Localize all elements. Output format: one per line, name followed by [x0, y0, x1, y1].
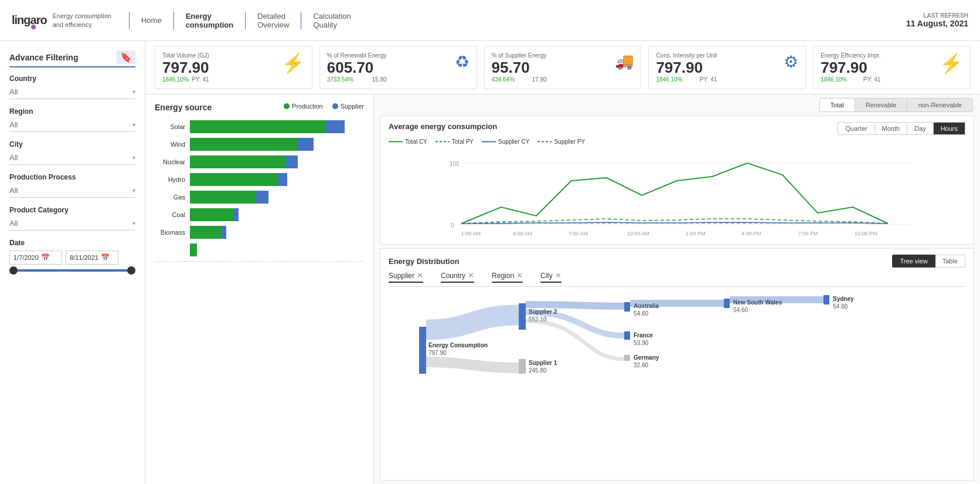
lightning-icon-2: ⚡: [940, 52, 963, 75]
chevron-down-icon-4: ▾: [132, 187, 135, 194]
energy-source-panel: Energy source Production Supplier: [145, 94, 374, 484]
kpi-inner-4: Cons. Intensity per Unit 797.90 1846.10%…: [656, 52, 798, 83]
bar-green-other: [190, 243, 197, 256]
svg-text:1:00 PM: 1:00 PM: [686, 231, 706, 236]
kpi-inner-5: Energy Efficiency Impr. 797.90 1846.10% …: [821, 52, 963, 83]
filter-region-select[interactable]: All ▾: [9, 118, 135, 132]
filter-icon[interactable]: 🔖: [117, 50, 135, 64]
view-toggle-group: Tree view Table: [892, 255, 965, 268]
nav-detailed-overview[interactable]: DetailedOverview: [246, 7, 301, 34]
kpi-5-text: Energy Efficiency Impr. 797.90 1846.10% …: [821, 52, 880, 83]
close-region-icon[interactable]: ✕: [516, 271, 523, 280]
kpi-1-py: PY: 41: [192, 76, 209, 83]
svg-text:4:00 PM: 4:00 PM: [741, 231, 761, 236]
energy-source-bar-chart: Solar Wind Nuclear: [155, 120, 364, 256]
chart-bottom-line: [155, 261, 364, 262]
sankey-label-sup1: Supplier 1: [529, 360, 557, 366]
view-btn-tree[interactable]: Tree view: [892, 255, 935, 268]
svg-text:0: 0: [451, 222, 454, 229]
right-panel: Total Renevable non-Renevable Average en…: [374, 94, 980, 484]
sankey-value-sup1: 245.80: [529, 367, 547, 374]
last-refresh-label: LAST REFRESH: [906, 12, 968, 19]
kpi-supplier-energy: % of Supplier Energy 95.70 434.64% 17.90…: [484, 46, 642, 89]
date-slider-thumb-right[interactable]: [127, 266, 135, 275]
dist-filter-country[interactable]: Country ✕: [441, 271, 474, 283]
kpi-3-value: 95.70: [492, 60, 547, 75]
bar-container-coal: [190, 208, 364, 221]
time-btn-quarter[interactable]: Quarter: [838, 122, 874, 135]
filter-product-cat-select[interactable]: All ▾: [9, 216, 135, 231]
close-supplier-icon[interactable]: ✕: [417, 271, 423, 280]
nav-calculation-quality[interactable]: CalculationQuality: [301, 7, 362, 34]
kpi-5-label: Energy Efficiency Impr.: [821, 52, 880, 59]
kpi-5-py: PY: 41: [863, 76, 880, 83]
last-refresh: LAST REFRESH 11 August, 2021: [906, 12, 968, 28]
line-chart-container: 100 0 1:00 AM 4:00 AM 7:00 AM 10:00 AM 1…: [389, 148, 965, 238]
bar-label-hydro: Hydro: [155, 176, 185, 183]
time-btn-day[interactable]: Day: [907, 122, 934, 135]
svg-text:7:00 AM: 7:00 AM: [569, 231, 588, 236]
truck-icon: 🚚: [615, 52, 634, 70]
bar-label-gas: Gas: [155, 194, 185, 201]
filter-city-select[interactable]: All ▾: [9, 151, 135, 165]
bar-blue-hydro: [277, 173, 288, 186]
filter-prod-process-select[interactable]: All ▾: [9, 184, 135, 198]
logo-text: lingaro: [12, 13, 47, 26]
filter-product-category: Product Category All ▾: [9, 206, 135, 231]
dist-filter-region[interactable]: Region ✕: [492, 271, 523, 283]
kpi-3-py: 17.90: [532, 76, 547, 83]
dist-filter-city[interactable]: City ✕: [540, 271, 562, 283]
filter-country-select[interactable]: All ▾: [9, 85, 135, 99]
sankey-rect-sup2: [519, 303, 526, 330]
bar-label-nuclear: Nuclear: [155, 158, 185, 165]
close-city-icon[interactable]: ✕: [555, 271, 562, 280]
nav-home[interactable]: Home: [130, 11, 173, 29]
bar-row-hydro: Hydro: [155, 173, 364, 186]
toggle-non-renevable[interactable]: non-Renevable: [907, 98, 973, 112]
kpi-row: Total Volume (GJ) 797.90 1846.10% PY: 41…: [145, 41, 980, 94]
nav-energy-consumption[interactable]: Energyconsumption: [174, 7, 246, 34]
date-slider-fill: [9, 269, 135, 272]
supplier-dot: [332, 103, 338, 109]
filter-region-label: Region: [9, 107, 135, 116]
sankey-rect-syd: [824, 295, 829, 304]
date-range-slider[interactable]: [9, 269, 135, 272]
avg-energy-header: Average energy consumpcion Quarter Month…: [389, 122, 965, 135]
dist-header: Energy Distribution Tree view Table: [389, 255, 965, 268]
view-btn-table[interactable]: Table: [935, 255, 965, 268]
date-from-input[interactable]: 1/7/2020 📅: [9, 251, 62, 265]
energy-dist-panel: Energy Distribution Tree view Table Supp…: [380, 248, 974, 480]
dist-filter-supplier[interactable]: Supplier ✕: [389, 271, 423, 283]
time-btn-hours[interactable]: Hours: [934, 122, 965, 135]
sankey-svg: Energy Consumption 797.90 Supplier 2 552…: [389, 292, 965, 397]
date-to-input[interactable]: 8/11/2021 📅: [66, 251, 118, 265]
date-slider-thumb-left[interactable]: [9, 266, 18, 275]
avg-energy-panel: Average energy consumpcion Quarter Month…: [380, 116, 974, 245]
date-to-value: 8/11/2021: [70, 254, 98, 261]
bar-row-solar: Solar: [155, 120, 364, 133]
nav: Home Energyconsumption DetailedOverview …: [129, 7, 906, 34]
kpi-renewable-energy: % of Renewabl Energy 605.70 3733.54% 15.…: [319, 46, 477, 89]
bar-green-wind: [190, 138, 298, 151]
svg-text:4:00 AM: 4:00 AM: [513, 231, 532, 236]
toggle-renevable[interactable]: Renevable: [855, 98, 908, 112]
charts-row: Energy source Production Supplier: [145, 94, 980, 484]
time-btn-month[interactable]: Month: [875, 122, 908, 135]
close-country-icon[interactable]: ✕: [468, 271, 474, 280]
toggle-total[interactable]: Total: [819, 98, 855, 112]
header: lingaro Energy consumption and efficienc…: [0, 0, 980, 41]
bar-green-biomass: [190, 226, 221, 239]
bar-blue-coal: [233, 208, 239, 221]
filter-region: Region All ▾: [9, 107, 135, 132]
filter-city-label: City: [9, 140, 135, 148]
dist-filter-city-label: City: [540, 272, 553, 280]
chevron-down-icon-2: ▾: [132, 121, 135, 128]
legend-total-py-label: Total PY: [452, 138, 474, 145]
kpi-2-text: % of Renewabl Energy 605.70 3733.54% 15.…: [327, 52, 387, 83]
bar-green-nuclear: [190, 155, 285, 168]
filter-product-cat-value: All: [9, 219, 18, 228]
legend-production: Production: [284, 103, 323, 110]
sankey-value-syd: 54.60: [833, 303, 848, 310]
calendar-icon-2: 📅: [101, 253, 110, 262]
dist-filter-country-label: Country: [441, 272, 465, 280]
